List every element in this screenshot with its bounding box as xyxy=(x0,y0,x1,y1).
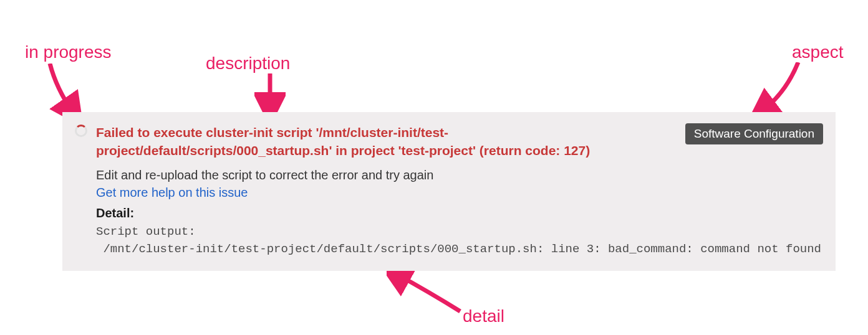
annotation-description: description xyxy=(206,54,290,73)
error-panel: Failed to execute cluster-init script '/… xyxy=(62,112,836,271)
description-column: Failed to execute cluster-init script '/… xyxy=(96,123,677,160)
spinner-wrap xyxy=(75,123,87,137)
arrow-description xyxy=(254,73,286,117)
detail-label: Detail: xyxy=(96,206,823,220)
annotation-in-progress: in progress xyxy=(25,42,112,62)
annotation-detail: detail xyxy=(463,306,504,326)
error-description: Failed to execute cluster-init script '/… xyxy=(96,123,677,160)
annotation-aspect: aspect xyxy=(792,42,844,62)
help-link[interactable]: Get more help on this issue xyxy=(96,186,248,200)
detail-body: Script output: /mnt/cluster-init/test-pr… xyxy=(96,223,823,258)
aspect-badge: Software Configuration xyxy=(685,123,823,144)
spinner-icon xyxy=(75,125,87,137)
arrow-in-progress xyxy=(44,64,87,120)
recommendation-text: Edit and re-upload the script to correct… xyxy=(96,166,823,184)
panel-header: Failed to execute cluster-init script '/… xyxy=(75,123,823,160)
arrow-detail xyxy=(387,268,468,318)
arrow-aspect xyxy=(748,62,804,118)
